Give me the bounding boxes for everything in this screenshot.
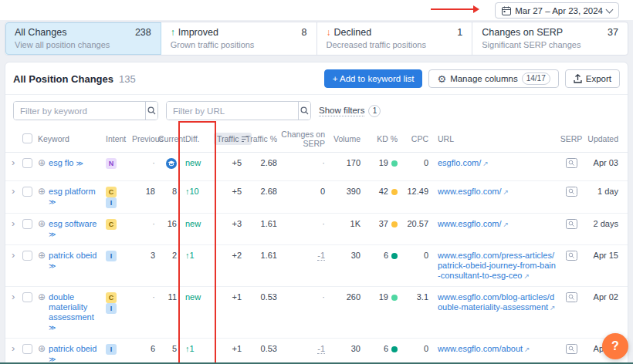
serp-changes-value[interactable]: -1 bbox=[317, 251, 325, 261]
expand-row-chevron[interactable]: › bbox=[12, 291, 15, 302]
external-link-icon[interactable]: ↗ bbox=[482, 160, 489, 167]
url-link[interactable]: www.esgflo.com/about bbox=[438, 344, 523, 353]
row-checkbox[interactable] bbox=[22, 187, 32, 197]
filter-url-input[interactable] bbox=[167, 102, 298, 120]
kd-value: 6 bbox=[384, 344, 388, 353]
serp-changes-value: · bbox=[322, 219, 325, 228]
export-button[interactable]: Export bbox=[565, 69, 620, 88]
row-checkbox[interactable] bbox=[22, 158, 32, 168]
table-row: ›⊕esg flo ≫N·new+52.68·170190esgflo.com/… bbox=[5, 153, 628, 181]
tab-changes-on-serp[interactable]: Changes on SERP 37 Significant SERP chan… bbox=[472, 22, 628, 55]
column-header-updated[interactable]: Updated bbox=[586, 134, 621, 143]
table-body: ›⊕esg flo ≫N·new+52.68·170190esgflo.com/… bbox=[5, 153, 628, 364]
filter-keyword-input[interactable] bbox=[14, 102, 145, 120]
keyword-link[interactable]: patrick obeid bbox=[49, 344, 96, 353]
external-link-icon[interactable]: ↗ bbox=[550, 304, 556, 312]
keyword-expand-icon[interactable]: ≫ bbox=[49, 262, 55, 270]
expand-row-chevron[interactable]: › bbox=[12, 342, 15, 354]
add-keyword-icon[interactable]: ⊕ bbox=[38, 344, 46, 364]
url-link[interactable]: www.esgflo.com/ bbox=[438, 187, 502, 196]
add-keyword-icon[interactable]: ⊕ bbox=[38, 187, 46, 207]
add-to-keyword-list-button[interactable]: + Add to keyword list bbox=[324, 69, 423, 88]
table-row: ›⊕esg software ≫C·16new+31.61·1K3720.57w… bbox=[5, 214, 628, 245]
add-keyword-icon[interactable]: ⊕ bbox=[38, 251, 46, 271]
row-checkbox[interactable] bbox=[22, 251, 32, 261]
serp-snapshot-button[interactable] bbox=[566, 344, 577, 354]
column-header-keyword[interactable]: Keyword bbox=[38, 134, 106, 143]
url-link[interactable]: www.esgflo.com/press-articles/patrick-ob… bbox=[438, 251, 556, 280]
column-header-kd[interactable]: KD % bbox=[364, 134, 401, 143]
url-link[interactable]: esgflo.com/ bbox=[438, 158, 481, 167]
keyword-link[interactable]: esg flo bbox=[49, 158, 73, 167]
table-row: ›⊕patrick obeid ≫I32↑1+21.61-13060www.es… bbox=[5, 245, 628, 287]
row-checkbox[interactable] bbox=[22, 344, 32, 354]
keyword-expand-icon[interactable]: ≫ bbox=[76, 160, 83, 167]
active-filters-count: 1 bbox=[368, 105, 381, 117]
help-button[interactable]: ? bbox=[602, 333, 628, 359]
manage-columns-button[interactable]: ⚙ Manage columns 14/17 bbox=[428, 69, 558, 88]
row-checkbox[interactable] bbox=[22, 219, 32, 229]
column-header-serp[interactable]: SERP bbox=[560, 134, 586, 143]
expand-row-chevron[interactable]: › bbox=[12, 249, 15, 261]
show-filters-toggle[interactable]: Show filters 1 bbox=[319, 105, 381, 117]
column-header-volume[interactable]: Volume bbox=[328, 134, 364, 143]
diff-value: new bbox=[185, 158, 201, 167]
cpc-value: 0 bbox=[401, 251, 432, 260]
column-header-diff[interactable]: Diff. bbox=[180, 134, 214, 143]
expand-row-chevron[interactable]: › bbox=[12, 157, 15, 168]
tab-declined[interactable]: ↓Declined 1 Decreased traffic positions bbox=[317, 22, 473, 55]
expand-row-chevron[interactable]: › bbox=[12, 185, 15, 197]
keyword-link[interactable]: esg software bbox=[49, 219, 96, 228]
external-link-icon[interactable]: ↗ bbox=[503, 221, 509, 228]
column-header-current[interactable]: Current bbox=[158, 134, 180, 143]
add-keyword-icon[interactable]: ⊕ bbox=[38, 158, 46, 169]
external-link-icon[interactable]: ↗ bbox=[524, 345, 530, 353]
external-link-icon[interactable]: ↗ bbox=[523, 272, 530, 280]
intent-badge-I: I bbox=[106, 251, 117, 261]
serp-snapshot-button[interactable] bbox=[566, 219, 577, 229]
column-header-url[interactable]: URL bbox=[432, 134, 560, 143]
url-link[interactable]: www.esgflo.com/blog-articles/double-mate… bbox=[438, 292, 554, 312]
external-link-icon[interactable]: ↗ bbox=[503, 188, 509, 196]
serp-preview-icon bbox=[566, 219, 577, 229]
keyword-search-button[interactable] bbox=[145, 102, 157, 120]
keyword-expand-icon[interactable]: ≫ bbox=[49, 324, 55, 332]
url-search-button[interactable] bbox=[298, 102, 310, 120]
export-label: Export bbox=[586, 74, 611, 83]
diff-value: new bbox=[185, 219, 201, 228]
kd-difficulty-dot bbox=[391, 160, 398, 167]
tab-label: Declined bbox=[334, 27, 372, 38]
tab-improved[interactable]: ↑Improved 8 Grown traffic positions bbox=[161, 22, 317, 55]
tab-all-changes[interactable]: All Changes 238 View all position change… bbox=[5, 22, 161, 55]
keyword-filter-group bbox=[13, 101, 158, 120]
column-header-cpc[interactable]: CPC bbox=[401, 134, 432, 143]
add-keyword-icon[interactable]: ⊕ bbox=[38, 219, 46, 240]
column-header-previous[interactable]: Previous bbox=[132, 134, 158, 143]
add-keyword-icon[interactable]: ⊕ bbox=[38, 292, 46, 333]
serp-changes-value[interactable]: -1 bbox=[317, 344, 325, 354]
select-all-checkbox[interactable] bbox=[22, 133, 32, 143]
row-checkbox[interactable] bbox=[22, 292, 32, 302]
serp-snapshot-button[interactable] bbox=[566, 187, 577, 197]
kd-value: 6 bbox=[384, 251, 388, 260]
column-header-traffic[interactable]: Traffic bbox=[214, 133, 245, 145]
serp-snapshot-button[interactable] bbox=[566, 251, 577, 261]
keyword-link[interactable]: patrick obeid bbox=[49, 251, 96, 260]
traffic-value: +5 bbox=[214, 187, 245, 196]
serp-preview-icon bbox=[566, 344, 577, 354]
keyword-link[interactable]: esg platform bbox=[49, 187, 96, 196]
keyword-expand-icon[interactable]: ≫ bbox=[49, 198, 55, 206]
keyword-link[interactable]: double materiality assessment bbox=[49, 292, 94, 322]
column-header-changes-on-serp[interactable]: Changes on SERP bbox=[280, 130, 328, 148]
serp-snapshot-button[interactable] bbox=[566, 292, 577, 302]
url-link[interactable]: www.esgflo.com/ bbox=[438, 219, 502, 228]
expand-row-chevron[interactable]: › bbox=[12, 217, 15, 229]
column-header-intent[interactable]: Intent bbox=[106, 134, 132, 143]
previous-position: · bbox=[132, 158, 158, 167]
date-range-picker[interactable]: Mar 27 – Apr 23, 2024 bbox=[495, 2, 619, 19]
serp-snapshot-button[interactable] bbox=[566, 158, 577, 168]
column-header-traffic-pct[interactable]: Traffic % bbox=[245, 134, 280, 143]
keyword-expand-icon[interactable]: ≫ bbox=[49, 231, 55, 238]
diff-value: ↑1 bbox=[185, 344, 195, 353]
tab-subtitle: Decreased traffic positions bbox=[327, 40, 463, 49]
